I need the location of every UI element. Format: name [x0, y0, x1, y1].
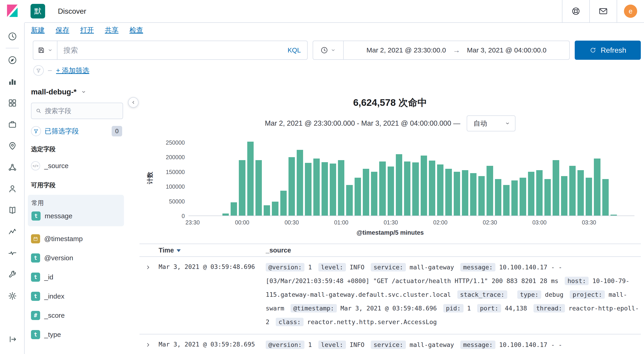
menu-save[interactable]: 保存: [56, 26, 69, 35]
histogram-bar[interactable]: [429, 161, 435, 216]
search-input[interactable]: [63, 46, 275, 55]
filtered-fields-toggle[interactable]: 已筛选字段 0: [31, 126, 123, 136]
sidebar-item-canvas[interactable]: [6, 118, 19, 131]
histogram-bar[interactable]: [594, 159, 600, 216]
histogram-bar[interactable]: [322, 162, 328, 216]
date-end[interactable]: Mar 3, 2021 @ 04:00:00.0: [467, 46, 546, 54]
histogram-bar[interactable]: [495, 179, 501, 216]
user-menu-button[interactable]: e: [617, 0, 644, 22]
histogram-plot[interactable]: [188, 140, 634, 216]
histogram-bar[interactable]: [478, 176, 485, 216]
kql-toggle[interactable]: KQL: [281, 41, 307, 59]
histogram-bar[interactable]: [354, 178, 361, 216]
histogram-bar[interactable]: [338, 160, 344, 216]
field-name-badge[interactable]: level:: [318, 340, 346, 349]
histogram-bar[interactable]: [412, 162, 418, 216]
histogram-bar[interactable]: [569, 166, 576, 216]
field-name-badge[interactable]: @version:: [266, 340, 304, 349]
field-name-badge[interactable]: level:: [318, 263, 346, 271]
time-column-header[interactable]: Time: [158, 247, 174, 254]
field-name-badge[interactable]: message:: [460, 263, 496, 271]
sidebar-item-dev-tools[interactable]: [6, 268, 19, 281]
histogram-bar[interactable]: [272, 202, 278, 216]
sidebar-item-recently-viewed[interactable]: [6, 30, 19, 43]
index-pattern-switcher[interactable]: mall-debug-*: [31, 88, 86, 96]
field-search-input[interactable]: [45, 107, 118, 115]
field-name-badge[interactable]: pid:: [443, 304, 464, 312]
refresh-button[interactable]: Refresh: [575, 41, 641, 60]
histogram-bar[interactable]: [230, 202, 237, 216]
histogram-bar[interactable]: [586, 178, 592, 216]
expand-row-button[interactable]: [143, 340, 153, 350]
histogram-bar[interactable]: [470, 173, 476, 216]
histogram-bar[interactable]: [288, 157, 295, 216]
sidebar-item-machine-learning[interactable]: [6, 161, 19, 174]
histogram-bar[interactable]: [528, 172, 534, 216]
histogram-bar[interactable]: [404, 162, 410, 216]
sidebar-item-maps[interactable]: [6, 139, 19, 152]
field-item-_score[interactable]: #_score: [31, 309, 123, 322]
histogram-bar[interactable]: [602, 179, 609, 216]
newsfeed-button[interactable]: [589, 0, 617, 22]
field-name-badge[interactable]: host:: [565, 277, 588, 285]
histogram-bar[interactable]: [454, 172, 460, 216]
space-avatar[interactable]: 默: [30, 4, 45, 19]
histogram-bar[interactable]: [313, 159, 320, 216]
menu-share[interactable]: 共享: [105, 26, 118, 35]
field-name-badge[interactable]: @timestamp:: [290, 304, 337, 312]
field-name-badge[interactable]: message:: [460, 340, 496, 349]
histogram-bar[interactable]: [280, 191, 287, 216]
field-item-@timestamp[interactable]: @timestamp: [31, 232, 123, 245]
field-name-badge[interactable]: service:: [371, 263, 406, 271]
field-item-_type[interactable]: t_type: [31, 328, 123, 341]
histogram-bar[interactable]: [437, 164, 444, 216]
field-item-_source[interactable]: </>_source: [31, 159, 123, 172]
filter-menu-button[interactable]: [33, 65, 44, 76]
histogram-bar[interactable]: [544, 179, 551, 216]
date-start[interactable]: Mar 2, 2021 @ 23:30:00.0: [366, 46, 446, 54]
histogram-bar[interactable]: [388, 167, 394, 216]
histogram-bar[interactable]: [445, 169, 452, 216]
field-name-badge[interactable]: stack_trace:: [457, 290, 507, 299]
histogram-bar[interactable]: [561, 176, 568, 216]
sidebar-item-stack-management[interactable]: [6, 289, 19, 302]
histogram-bar[interactable]: [396, 154, 402, 216]
field-name-badge[interactable]: port:: [477, 304, 501, 312]
histogram-bar[interactable]: [239, 160, 245, 216]
add-filter-link[interactable]: + 添加筛选: [56, 66, 89, 75]
interval-select[interactable]: 自动: [467, 115, 516, 131]
histogram-bar[interactable]: [462, 170, 468, 216]
histogram-bar[interactable]: [552, 160, 559, 216]
menu-inspect[interactable]: 检查: [130, 26, 143, 35]
histogram-bar[interactable]: [371, 172, 378, 216]
field-name-badge[interactable]: project:: [570, 290, 605, 299]
menu-open[interactable]: 打开: [80, 26, 94, 35]
field-name-badge[interactable]: class:: [276, 318, 304, 326]
histogram-bar[interactable]: [520, 178, 526, 216]
sort-desc-icon[interactable]: [176, 249, 181, 252]
kibana-logo[interactable]: [5, 4, 19, 18]
field-item-message[interactable]: tmessage: [32, 209, 121, 223]
collapse-sidebar-button[interactable]: [128, 97, 138, 108]
histogram-bar[interactable]: [346, 185, 352, 216]
sidebar-item-apm[interactable]: [6, 225, 19, 238]
histogram-bar[interactable]: [256, 160, 262, 216]
field-name-badge[interactable]: @version:: [266, 263, 304, 271]
field-name-badge[interactable]: type:: [517, 290, 541, 299]
histogram-bar[interactable]: [421, 156, 427, 216]
field-name-badge[interactable]: service:: [371, 340, 406, 349]
histogram-bar[interactable]: [503, 185, 510, 216]
expand-row-button[interactable]: [143, 262, 153, 272]
histogram-bar[interactable]: [511, 180, 518, 216]
sidebar-item-visualize[interactable]: [6, 75, 19, 88]
histogram-bar[interactable]: [330, 164, 336, 216]
histogram-bar[interactable]: [610, 215, 617, 216]
histogram-bar[interactable]: [536, 170, 542, 216]
menu-new[interactable]: 新建: [31, 26, 45, 35]
histogram-bar[interactable]: [264, 205, 270, 216]
sidebar-item-graph[interactable]: [6, 182, 19, 195]
field-name-badge[interactable]: thread:: [534, 304, 565, 312]
time-picker-quick-menu[interactable]: [313, 41, 344, 59]
histogram-bar[interactable]: [297, 150, 303, 216]
sidebar-item-uptime[interactable]: [6, 247, 19, 259]
